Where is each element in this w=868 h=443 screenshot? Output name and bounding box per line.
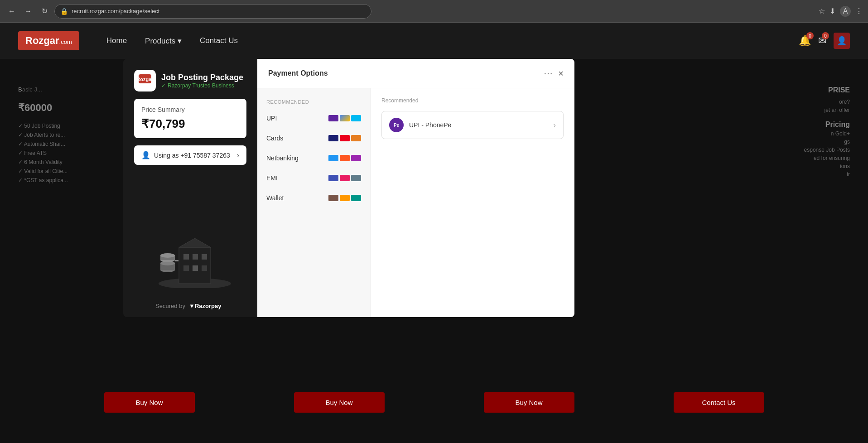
content-recommended-label: Recommended xyxy=(381,97,564,104)
payment-modal: Payment Options ⋯ × Recommended UPI xyxy=(257,59,574,317)
svg-point-17 xyxy=(160,253,175,258)
option-chevron-icon: › xyxy=(553,120,556,130)
user-info: 👤 Using as +91 75587 37263 xyxy=(141,151,230,159)
message-icon[interactable]: ✉ 0 xyxy=(818,35,826,47)
modal-close-button[interactable]: × xyxy=(558,68,564,79)
nav-contact[interactable]: Contact Us xyxy=(200,36,238,45)
razorpay-header: Rozgar Job Posting Package ✓ Razorpay Tr… xyxy=(134,70,246,91)
modal-more-button[interactable]: ⋯ xyxy=(544,68,553,79)
illustration-container xyxy=(134,172,246,306)
trusted-label: ✓ Razorpay Trusted Business xyxy=(161,82,243,89)
navbar: Rozgar.com Home Products ▾ Contact Us 🔔 … xyxy=(0,23,868,59)
back-button[interactable]: ← xyxy=(5,5,18,18)
user-chevron-icon: › xyxy=(237,151,239,159)
mastercard-icon xyxy=(340,135,350,141)
nav-action-icons: 🔔 0 ✉ 0 👤 xyxy=(799,33,850,49)
visa-icon xyxy=(328,135,338,141)
profile-icon[interactable]: 👤 xyxy=(834,33,850,49)
menu-item-cards[interactable]: Cards xyxy=(257,128,370,148)
upi-icons xyxy=(328,115,361,121)
notification-bell[interactable]: 🔔 0 xyxy=(799,35,811,47)
cards-label: Cards xyxy=(266,135,283,142)
phonepe-icon xyxy=(328,115,338,121)
svg-text:Rozgar: Rozgar xyxy=(137,77,153,82)
package-info: Job Posting Package ✓ Razorpay Trusted B… xyxy=(161,73,243,89)
emi-icon-2 xyxy=(340,175,350,181)
nav-links: Home Products ▾ Contact Us xyxy=(106,36,238,46)
razorpay-panel: Rozgar Job Posting Package ✓ Razorpay Tr… xyxy=(123,59,257,317)
menu-item-wallet[interactable]: Wallet xyxy=(257,188,370,208)
svg-rect-7 xyxy=(193,254,198,260)
url-text: recruit.rozgar.com/package/select xyxy=(72,8,159,14)
svg-rect-11 xyxy=(202,265,207,271)
phonepe-option-label: UPI - PhonePe xyxy=(409,121,451,129)
wallet-icon-1 xyxy=(328,195,338,201)
package-title: Job Posting Package xyxy=(161,73,243,82)
upi-label: UPI xyxy=(266,115,277,122)
contact-us-button[interactable]: Contact Us xyxy=(674,392,764,413)
address-bar[interactable]: 🔒 recruit.rozgar.com/package/select xyxy=(54,4,371,19)
phonepe-circle-icon: Pe xyxy=(389,118,404,132)
notification-badge: 0 xyxy=(806,32,814,39)
svg-rect-10 xyxy=(193,265,198,271)
modal-title: Payment Options xyxy=(268,69,328,77)
price-summary-box: Price Summary ₹70,799 xyxy=(134,99,246,138)
modal-header: Payment Options ⋯ × xyxy=(257,59,574,88)
price-amount: ₹70,799 xyxy=(141,117,239,131)
upi-phonepe-option[interactable]: Pe UPI - PhonePe › xyxy=(381,111,564,139)
emi-icon-3 xyxy=(351,175,361,181)
nav-home[interactable]: Home xyxy=(106,36,127,45)
razorpay-logo: Rozgar xyxy=(134,70,156,91)
menu-section-recommended: Recommended xyxy=(257,94,370,108)
forward-button[interactable]: → xyxy=(22,5,34,18)
gpay-icon xyxy=(340,115,350,121)
buy-now-button-2[interactable]: Buy Now xyxy=(294,392,385,413)
menu-item-netbanking[interactable]: Netbanking xyxy=(257,148,370,168)
user-icon: 👤 xyxy=(141,151,150,159)
buy-now-button-1[interactable]: Buy Now xyxy=(104,392,195,413)
modal-body: Recommended UPI Cards xyxy=(257,88,574,317)
modal-actions: ⋯ × xyxy=(544,68,564,79)
refresh-button[interactable]: ↻ xyxy=(38,5,51,18)
wallet-label: Wallet xyxy=(266,194,284,202)
logo[interactable]: Rozgar.com xyxy=(18,31,79,50)
payment-menu: Recommended UPI Cards xyxy=(257,88,371,317)
nav-products[interactable]: Products ▾ xyxy=(145,36,182,46)
svg-marker-5 xyxy=(179,238,211,247)
svg-rect-8 xyxy=(202,254,207,260)
rupay-icon xyxy=(351,135,361,141)
payment-content: Recommended Pe UPI - PhonePe › xyxy=(371,88,574,317)
paytm-icon xyxy=(351,115,361,121)
svg-rect-6 xyxy=(183,254,189,260)
user-label: Using as +91 75587 37263 xyxy=(154,152,230,159)
menu-item-upi[interactable]: UPI xyxy=(257,108,370,128)
netbanking-icons xyxy=(328,155,361,161)
cards-icons xyxy=(328,135,361,141)
payment-illustration xyxy=(140,216,240,288)
user-selector[interactable]: 👤 Using as +91 75587 37263 › xyxy=(134,145,246,165)
message-badge: 0 xyxy=(822,32,829,39)
svg-rect-9 xyxy=(183,265,189,271)
net-icon-3 xyxy=(351,155,361,161)
wallet-icons xyxy=(328,195,361,201)
net-icon-2 xyxy=(340,155,350,161)
browser-chrome: ← → ↻ 🔒 recruit.rozgar.com/package/selec… xyxy=(0,0,868,23)
buy-now-bar: Buy Now Buy Now Buy Now Contact Us xyxy=(0,384,868,420)
price-summary-label: Price Summary xyxy=(141,106,239,113)
netbanking-label: Netbanking xyxy=(266,154,299,162)
buy-now-button-3[interactable]: Buy Now xyxy=(484,392,574,413)
browser-action-icons: ☆ ⬇ A ⋮ xyxy=(819,6,863,17)
menu-item-emi[interactable]: EMI xyxy=(257,168,370,188)
net-icon-1 xyxy=(328,155,338,161)
wallet-icon-2 xyxy=(340,195,350,201)
emi-icon-1 xyxy=(328,175,338,181)
secured-by: Secured by ▼Razorpay xyxy=(155,302,225,310)
emi-label: EMI xyxy=(266,174,278,182)
svg-text:▼Razorpay: ▼Razorpay xyxy=(189,303,222,309)
emi-icons xyxy=(328,175,361,181)
wallet-icon-3 xyxy=(351,195,361,201)
